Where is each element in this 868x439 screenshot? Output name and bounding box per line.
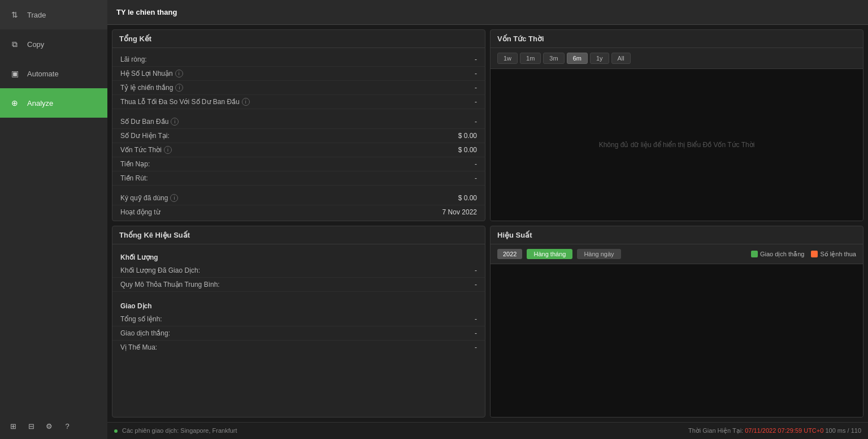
time-btn-all[interactable]: All <box>611 53 631 64</box>
stat-value: - <box>475 70 477 78</box>
hieu-suat-title: Hiệu Suất <box>491 226 863 244</box>
stat-row-khoi-luong-giao-dich: Khối Lượng Đã Giao Dịch: - <box>112 264 485 278</box>
trade-icon: ⇅ <box>9 9 20 20</box>
content-grid: Tổng Kết Lãi ròng: - Hệ Số Lợi Nhuận i - <box>107 25 868 422</box>
stat-value: $ 0.00 <box>458 194 477 202</box>
stat-label: Thua Lỗ Tối Đa So Với Số Dư Ban Đầu i <box>120 98 250 106</box>
stat-label: Tỷ lệ chiến thắng i <box>120 84 183 92</box>
time-buttons: 1w 1m 3m 6m 1y All <box>491 48 863 69</box>
sidebar-item-automate[interactable]: ▣ Automate <box>0 59 107 88</box>
copy-icon: ⧉ <box>9 38 20 50</box>
section-khoi-luong: Khối Lượng <box>112 249 485 264</box>
stat-row-so-du-hien-tai: Số Dư Hiện Tại: $ 0.00 <box>112 129 485 143</box>
status-dot <box>114 429 118 433</box>
time-value: 07/11/2022 07:29:59 UTC+0 <box>745 427 825 434</box>
legend-thang: Giao dịch thắng <box>751 251 805 258</box>
year-button[interactable]: 2022 <box>497 249 522 259</box>
stat-row-ky-quy: Ký quỹ đã dùng i $ 0.00 <box>112 191 485 205</box>
legend-dot-thua <box>811 251 818 257</box>
von-chart-area: Không đủ dữ liệu để hiển thị Biểu Đồ Vốn… <box>491 69 863 221</box>
stat-value: $ 0.00 <box>458 132 477 140</box>
period-btn-hang-thang[interactable]: Hàng tháng <box>527 249 572 259</box>
info-icon[interactable]: i <box>164 146 172 154</box>
von-tuc-thoi-title: Vốn Tức Thời <box>491 30 863 48</box>
info-icon[interactable]: i <box>170 194 178 202</box>
hieu-suat-legend: Giao dịch thắng Số lệnh thua <box>751 251 856 258</box>
stat-label: Lãi ròng: <box>120 55 147 63</box>
automate-icon: ▣ <box>9 68 20 79</box>
stat-row-thua-lo: Thua Lỗ Tối Đa So Với Số Dư Ban Đầu i - <box>112 95 485 109</box>
sidebar-item-label: Automate <box>27 70 59 78</box>
tong-ket-panel: Tổng Kết Lãi ròng: - Hệ Số Lợi Nhuận i - <box>112 29 485 221</box>
period-btn-hang-ngay[interactable]: Hàng ngày <box>577 249 620 259</box>
info-icon[interactable]: i <box>171 118 179 126</box>
stat-label: Tiền Rút: <box>120 174 148 182</box>
thong-ke-title: Thống Kê Hiệu Suất <box>112 226 485 244</box>
help-icon[interactable]: ? <box>61 420 73 432</box>
stat-label: Hệ Số Lợi Nhuận i <box>120 70 183 78</box>
time-btn-1m[interactable]: 1m <box>520 53 541 64</box>
stat-value: - <box>475 118 477 126</box>
stat-label: Vốn Tức Thời i <box>120 146 172 154</box>
tong-ket-body: Lãi ròng: - Hệ Số Lợi Nhuận i - Tỷ lệ ch… <box>112 48 485 221</box>
layout-icon[interactable]: ⊞ <box>7 420 19 432</box>
no-data-message: Không đủ dữ liệu để hiển thị Biểu Đồ Vốn… <box>599 141 755 149</box>
stat-value: 7 Nov 2022 <box>442 208 477 216</box>
stat-value: $ 0.00 <box>458 146 477 154</box>
stat-row-tien-nap: Tiền Nạp: - <box>112 157 485 171</box>
sidebar-item-analyze[interactable]: ⊕ Analyze <box>0 88 107 118</box>
sidebar-bottom: ⊞ ⊟ ⚙ ? <box>0 413 107 439</box>
stat-row-von-tuc-thoi: Vốn Tức Thời i $ 0.00 <box>112 143 485 157</box>
stat-label: Tiền Nạp: <box>120 160 150 168</box>
time-btn-1y[interactable]: 1y <box>590 53 609 64</box>
stat-row-so-du-ban-dau: Số Dư Ban Đầu i - <box>112 115 485 129</box>
stat-label: Số Dư Ban Đầu i <box>120 118 179 126</box>
sidebar-item-label: Trade <box>27 11 46 19</box>
stat-row-tong-so-lenh: Tổng số lệnh: - <box>112 312 485 326</box>
time-info: Thời Gian Hiện Tại: 07/11/2022 07:29:59 … <box>688 427 861 434</box>
info-icon[interactable]: i <box>242 98 250 106</box>
stat-row-lai-rong: Lãi ròng: - <box>112 53 485 67</box>
stat-row-tien-rut: Tiền Rút: - <box>112 171 485 186</box>
user-bar: TY le chien thang <box>107 0 868 25</box>
stat-label: Số Dư Hiện Tại: <box>120 132 170 140</box>
sidebar-item-label: Analyze <box>27 99 53 107</box>
stat-value: - <box>475 98 477 106</box>
thong-ke-panel: Thống Kê Hiệu Suất Khối Lượng Khối Lượng… <box>112 226 485 418</box>
main-content: TY le chien thang Tổng Kết Lãi ròng: - H… <box>107 0 868 439</box>
stat-row-quy-mo: Quy Mô Thỏa Thuận Trung Bình: - <box>112 278 485 292</box>
sidebar-item-copy[interactable]: ⧉ Copy <box>0 29 107 59</box>
stat-row-vi-the-mua: Vị Thế Mua: - <box>112 341 485 354</box>
sidebar: ⇅ Trade ⧉ Copy ▣ Automate ⊕ Analyze ⊞ ⊟ … <box>0 0 107 439</box>
user-name: TY le chien thang <box>116 8 177 16</box>
info-icon[interactable]: i <box>175 84 183 92</box>
von-tuc-thoi-panel: Vốn Tức Thời 1w 1m 3m 6m 1y All Không đủ… <box>490 29 863 221</box>
sidebar-item-label: Copy <box>27 40 44 49</box>
stat-value: - <box>475 84 477 92</box>
stat-row-he-so: Hệ Số Lợi Nhuận i - <box>112 67 485 81</box>
time-btn-6m[interactable]: 6m <box>567 53 588 64</box>
sidebar-item-trade[interactable]: ⇅ Trade <box>0 0 107 29</box>
time-btn-3m[interactable]: 3m <box>543 53 564 64</box>
tong-ket-title: Tổng Kết <box>112 30 485 48</box>
legend-thua: Số lệnh thua <box>811 251 856 258</box>
legend-dot-thang <box>751 251 758 257</box>
section-giao-dich: Giao Dịch <box>112 298 485 312</box>
sessions-text: Các phiên giao dịch: Singapore, Frankfur… <box>122 427 237 434</box>
stat-label: Ký quỹ đã dùng i <box>120 194 178 202</box>
latency: 100 ms / 110 <box>825 427 861 434</box>
statusbar: Các phiên giao dịch: Singapore, Frankfur… <box>107 422 868 439</box>
settings-icon[interactable]: ⚙ <box>43 420 55 432</box>
stat-value: - <box>475 160 477 168</box>
hieu-suat-chart <box>491 264 863 417</box>
info-icon[interactable]: i <box>175 70 183 78</box>
hieu-suat-controls: 2022 Hàng tháng Hàng ngày Giao dịch thắn… <box>491 244 863 264</box>
stat-row-hoat-dong: Hoạt động từ 7 Nov 2022 <box>112 205 485 219</box>
stat-row-giao-dich-thang: Giao dịch thắng: - <box>112 326 485 341</box>
analyze-icon: ⊕ <box>9 97 20 109</box>
stat-label: Hoạt động từ <box>120 208 160 216</box>
hieu-suat-panel: Hiệu Suất 2022 Hàng tháng Hàng ngày Giao… <box>490 226 863 418</box>
copy2-icon[interactable]: ⊟ <box>25 420 37 432</box>
time-label: Thời Gian Hiện Tại: <box>688 427 743 434</box>
time-btn-1w[interactable]: 1w <box>497 53 518 64</box>
